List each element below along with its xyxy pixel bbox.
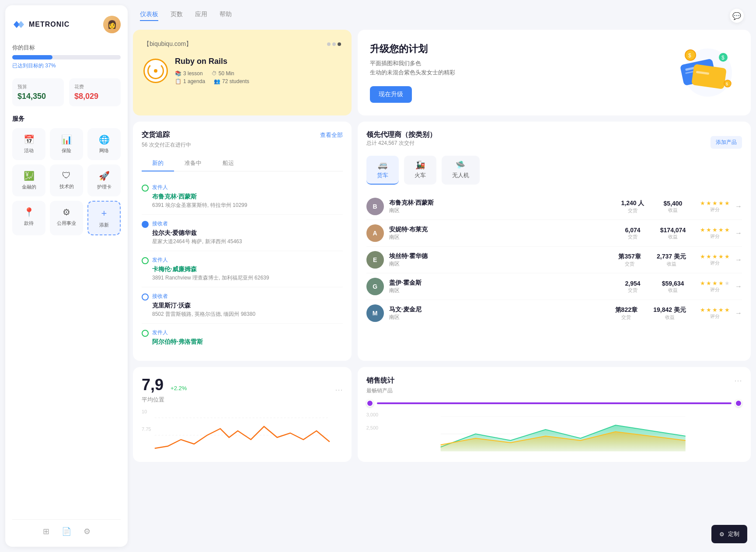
- upgrade-desc-line2: 生动的未混合紫色头发女士的精彩: [370, 69, 455, 76]
- stats-chart: 10 7.75: [142, 409, 343, 453]
- sender-label-1: 发件人: [152, 184, 247, 191]
- star: ★: [706, 200, 711, 206]
- delivery-info-3: 发件人 卡梅伦·威廉姆森 3891 Ranchview 理查森博士, 加利福尼亚…: [152, 256, 269, 282]
- slider-track: [377, 402, 732, 404]
- agent-info-2: 安妮特·布莱克 南区: [389, 226, 428, 241]
- service-item-tech[interactable]: 🛡 技术的: [50, 164, 83, 196]
- agent-rev-1: $5,400 收益: [660, 200, 686, 213]
- tab-preparing[interactable]: 准备中: [174, 156, 212, 171]
- top-row: 【biqubiqu.com】 Ruby on Rails: [133, 30, 751, 115]
- service-item-activity[interactable]: 📅 活动: [12, 128, 45, 160]
- file-icon[interactable]: 📄: [62, 527, 71, 536]
- sales-svg: [366, 416, 742, 451]
- truck-icon: 🚐: [378, 160, 387, 170]
- sender-dot-3: [142, 257, 149, 264]
- settings-icon[interactable]: ⚙: [84, 527, 91, 536]
- agent-rev-2: $174,074 收益: [660, 227, 686, 240]
- view-all-link[interactable]: 查看全部: [320, 131, 343, 139]
- agent-arrow-4[interactable]: →: [735, 283, 742, 290]
- upgrade-desc: 平面插图和我们多色 生动的未混合紫色头发女士的精彩: [370, 59, 651, 77]
- agent-name-2: 安妮特·布莱克: [389, 226, 428, 234]
- agent-avatar-letter-2: A: [366, 224, 384, 242]
- sales-subtitle: 最畅销产品: [366, 387, 742, 395]
- sales-menu-icon[interactable]: ⋯: [734, 376, 742, 385]
- delivery-info-1: 发件人 布鲁克林·西蒙斯 6391 埃尔金圣塞莱斯特, 特拉华州 10299: [152, 184, 247, 209]
- chat-icon[interactable]: 💬: [730, 9, 744, 23]
- receiver-label-2: 接收者: [152, 220, 242, 227]
- category-tab-train[interactable]: 🚂 火车: [404, 156, 436, 185]
- sender-name-3: 卡梅伦·威廉姆森: [152, 266, 269, 273]
- service-item-network[interactable]: 🌐 网络: [87, 128, 121, 160]
- category-tab-drone[interactable]: 🛸 无人机: [442, 156, 480, 185]
- service-name: 公用事业: [57, 220, 76, 227]
- service-item-insurance[interactable]: 📊 保险: [50, 128, 83, 160]
- agent-trans-value-4: 2,954: [620, 280, 646, 287]
- tab-shipping[interactable]: 船运: [212, 156, 244, 171]
- delivery-tabs: 新的 准备中 船运: [142, 156, 343, 171]
- agent-rating-5: ★★★★★ 评分: [700, 307, 730, 320]
- service-item-care[interactable]: 🚀 护理卡: [87, 164, 121, 196]
- slider-handle-left[interactable]: [366, 400, 373, 407]
- service-item-finance[interactable]: 💹 金融的: [12, 164, 45, 196]
- goal-section: 你的目标 已达到目标的 37%: [12, 44, 121, 70]
- nav-help[interactable]: 帮助: [219, 10, 232, 21]
- duration-text: 50 Min: [219, 70, 234, 77]
- expense-label: 花费: [74, 84, 115, 90]
- avatar: 👩: [103, 16, 121, 33]
- service-name: 金融的: [22, 184, 36, 190]
- agent-arrow-3[interactable]: →: [735, 256, 742, 264]
- service-item-hospitality[interactable]: 📍 款待: [12, 201, 45, 235]
- agents-header: 领先代理商（按类别） 总计 424,567 次交付 添加产品: [366, 130, 742, 154]
- budget-value: $14,350: [17, 92, 59, 101]
- agent-trans-label-3: 交货: [617, 261, 643, 267]
- agent-avatar-2: A: [366, 224, 384, 242]
- agent-info-3: 埃丝特·霍华德 南区: [389, 252, 428, 268]
- agent-region-3: 南区: [389, 260, 428, 268]
- agent-arrow-5[interactable]: →: [735, 309, 742, 317]
- agent-trans-label-5: 交货: [613, 314, 639, 321]
- nav-dashboard[interactable]: 仪表板: [140, 10, 158, 21]
- agent-rev-label-4: 收益: [660, 287, 686, 293]
- delivery-title: 交货追踪: [142, 130, 170, 140]
- stats-number-group: 7,9 +2.2% 平均位置: [142, 376, 187, 404]
- nav-pages[interactable]: 页数: [171, 10, 183, 21]
- course-agenda: 📋 1 agenda: [175, 78, 205, 84]
- slider-handle-right[interactable]: [735, 400, 742, 407]
- course-title: Ruby on Rails: [175, 57, 249, 66]
- nav-apps[interactable]: 应用: [195, 10, 207, 21]
- category-tab-truck[interactable]: 🚐 货车: [366, 156, 399, 185]
- agent-stats-3: 第357章 交货 2,737 美元 收益 ★★★★★ 评分: [617, 253, 730, 267]
- course-details: Ruby on Rails 📚 3 lesson ⏱ 50 Min: [175, 57, 249, 84]
- stats-menu-icon[interactable]: ⋯: [335, 385, 343, 395]
- budget-row: 预算 $14,350 花费 $8,029: [12, 78, 121, 106]
- upgrade-button[interactable]: 现在升级: [370, 86, 412, 103]
- delivery-item-1: 发件人 布鲁克林·西蒙斯 6391 埃尔金圣塞莱斯特, 特拉华州 10299: [142, 178, 343, 215]
- rating-label-1: 评分: [700, 206, 730, 213]
- service-item-add[interactable]: + 添新: [87, 201, 121, 235]
- tab-new[interactable]: 新的: [142, 156, 174, 171]
- expense-card: 花费 $8,029: [69, 78, 121, 106]
- delivery-row: 发件人 布鲁克林·西蒙斯 6391 埃尔金圣塞莱斯特, 特拉华州 10299: [142, 184, 343, 209]
- sidebar: METRONIC 👩 你的目标 已达到目标的 37% 预算 $14,350 花费…: [5, 5, 128, 547]
- add-product-button[interactable]: 添加产品: [711, 136, 742, 149]
- course-logo: [143, 59, 168, 83]
- train-icon: 🚂: [415, 160, 425, 170]
- agent-trans-2: 6,074 交货: [620, 227, 646, 240]
- star: ★: [700, 200, 705, 206]
- agents-title-group: 领先代理商（按类别） 总计 424,567 次交付: [366, 130, 436, 154]
- sales-card: 销售统计 ⋯ 最畅销产品 3,000 2,500: [358, 367, 751, 462]
- agent-row-2: A 安妮特·布莱克 南区 6,074 交货 $174,074 收益: [366, 220, 742, 247]
- activity-icon: 📅: [24, 134, 35, 145]
- service-item-utility[interactable]: ⚙ 公用事业: [50, 201, 83, 235]
- delivery-info-5: 发件人 阿尔伯特·弗洛雷斯: [152, 329, 203, 347]
- layers-icon[interactable]: ⊞: [43, 527, 49, 536]
- customize-button[interactable]: ⚙ 定制: [711, 525, 747, 543]
- care-icon: 🚀: [99, 171, 110, 181]
- agent-arrow-1[interactable]: →: [735, 203, 742, 210]
- customize-icon: ⚙: [719, 531, 725, 538]
- service-name: 保险: [62, 147, 71, 154]
- course-url-text: 【biqubiqu.com】: [143, 40, 192, 48]
- agent-arrow-2[interactable]: →: [735, 229, 742, 237]
- agents-title: 领先代理商（按类别）: [366, 130, 436, 140]
- star: ★: [712, 200, 718, 206]
